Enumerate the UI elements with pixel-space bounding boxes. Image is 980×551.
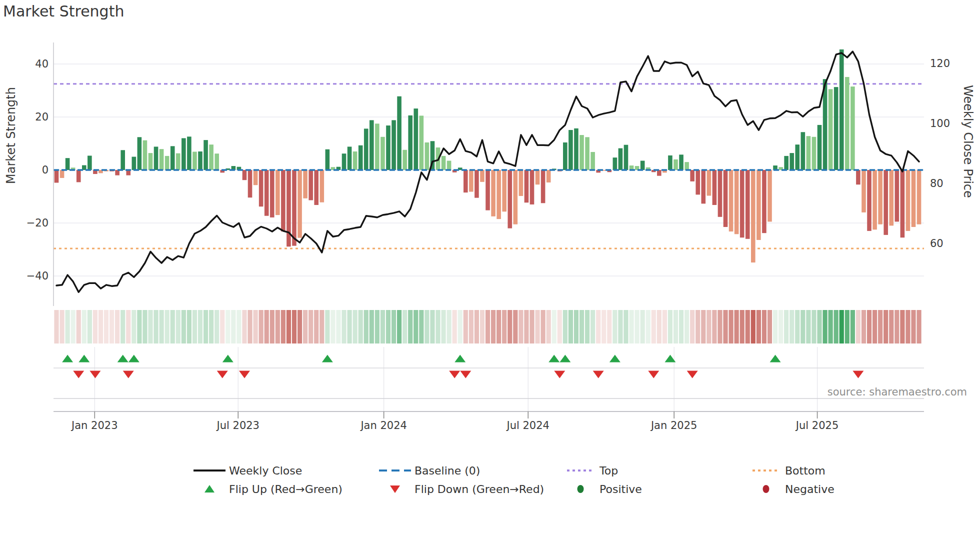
heatmap-cell [264, 310, 269, 344]
heatmap-cell [746, 310, 750, 344]
heatmap-cell [585, 310, 590, 344]
heatmap-cell [370, 310, 374, 344]
heatmap-cell [88, 310, 92, 344]
strength-bar [469, 170, 474, 192]
strength-bar [60, 170, 64, 178]
flip-down-marker [73, 371, 84, 378]
heatmap-cell [320, 310, 324, 344]
heatmap-cell [170, 310, 175, 344]
strength-bar [712, 170, 717, 205]
heatmap-cell [524, 310, 528, 344]
strength-bar [840, 50, 844, 170]
heatmap-cell [486, 310, 490, 344]
heatmap-cell [634, 310, 639, 344]
strength-bar [66, 158, 70, 170]
dots-legend-marker [748, 464, 784, 477]
heatmap-cell [436, 310, 440, 344]
strength-bar [170, 146, 175, 170]
heatmap-cell [624, 310, 628, 344]
flip-down-marker [449, 371, 460, 378]
heatmap-cell [214, 310, 219, 344]
strength-bar [88, 156, 92, 170]
legend-item-label: Baseline (0) [414, 464, 480, 477]
strength-bar [242, 170, 247, 180]
strength-bar [160, 149, 164, 170]
heatmap-cell [828, 310, 833, 344]
heatmap-cell [142, 310, 147, 344]
strength-bar [568, 130, 573, 170]
legend-item-label: Bottom [785, 464, 826, 477]
strength-bar [314, 170, 318, 205]
flip-up-marker [548, 355, 560, 362]
heatmap-cell [82, 310, 86, 344]
heatmap-cell [325, 310, 330, 344]
strength-bar [546, 170, 551, 182]
flip-down-marker [852, 371, 864, 378]
legend-item-marker [748, 464, 784, 477]
right-tick-label: 80 [930, 178, 944, 190]
left-tick-label: 40 [35, 58, 48, 70]
flip-down-marker [90, 371, 100, 378]
strength-bar [724, 170, 728, 227]
strength-bar [806, 136, 811, 170]
strength-bar [198, 152, 202, 170]
strength-bar [176, 154, 180, 170]
heatmap-cell [226, 310, 230, 344]
strength-bar [618, 148, 623, 170]
strength-bar [917, 170, 922, 224]
heatmap-cell [204, 310, 208, 344]
heatmap-cell [546, 310, 551, 344]
heatmap-cell [784, 310, 788, 344]
heatmap-cell [618, 310, 622, 344]
legend-item-marker [748, 482, 784, 496]
legend-item-marker [378, 464, 412, 477]
heatmap-cell [126, 310, 130, 344]
strength-bars [54, 50, 922, 262]
heatmap-cell [878, 310, 882, 344]
strength-bar [276, 170, 280, 215]
heatmap-cell [590, 310, 595, 344]
heatmap-cell [248, 310, 252, 344]
heatmap-cell [701, 310, 706, 344]
legend-item-marker [378, 482, 412, 496]
strength-bar [370, 120, 374, 170]
flip-up-marker [78, 355, 90, 362]
strength-bar [281, 170, 286, 232]
gridlines [54, 64, 924, 412]
heatmap-cell [884, 310, 888, 344]
heatmap-cell [541, 310, 546, 344]
strength-bar [165, 156, 170, 170]
strength-bar [182, 138, 186, 170]
heatmap-cell [795, 310, 800, 344]
heatmap-cell [71, 310, 76, 344]
heatmap-cell [706, 310, 711, 344]
strength-bar [259, 170, 264, 206]
flip-up-marker [322, 355, 333, 362]
heatmap-cell [270, 310, 274, 344]
strength-bar [801, 132, 806, 170]
strength-bar [474, 170, 479, 198]
flip-up-marker [222, 355, 234, 362]
strength-bar [154, 146, 158, 170]
strength-bar [850, 86, 855, 170]
strength-bar [447, 160, 452, 170]
strength-bar [308, 170, 313, 200]
heatmap-cell [342, 310, 346, 344]
strength-bar [326, 150, 330, 170]
strength-bar [541, 170, 546, 203]
heatmap-cell [308, 310, 313, 344]
heatmap-cell [778, 310, 783, 344]
flip-up-marker [610, 355, 620, 362]
strength-bar [209, 144, 214, 170]
flip-down-marker [123, 371, 134, 378]
x-tick-label: Jan 2025 [651, 420, 698, 432]
flip-up-marker [128, 355, 140, 362]
heatmap-cell [281, 310, 286, 344]
strength-bar [668, 156, 672, 170]
heatmap-cell [696, 310, 700, 344]
heatmap-cell [513, 310, 518, 344]
heatmap-cell [612, 310, 617, 344]
heatmap-cell [314, 310, 318, 344]
heatmap-cell [518, 310, 523, 344]
strength-bar [530, 170, 534, 204]
